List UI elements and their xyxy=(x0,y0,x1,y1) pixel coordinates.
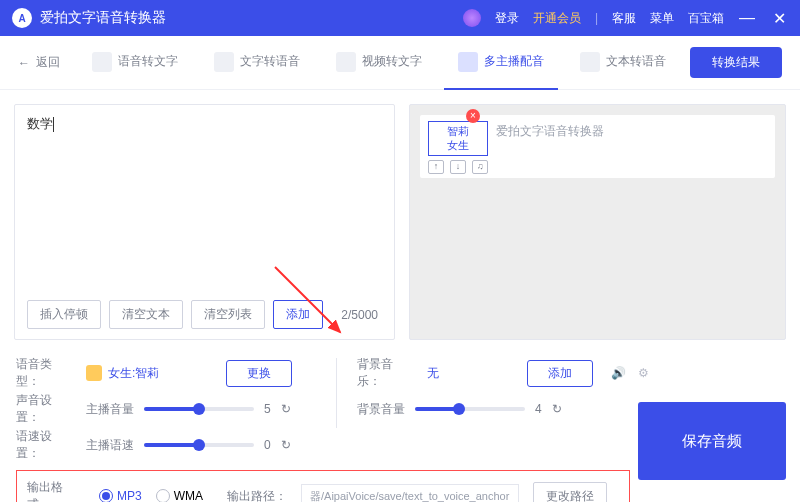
add-button[interactable]: 添加 xyxy=(273,300,323,329)
change-voice-button[interactable]: 更换 xyxy=(226,360,292,387)
app-title: 爱拍文字语音转换器 xyxy=(40,9,463,27)
bgm-label: 背景音乐： xyxy=(357,356,415,390)
output-format-label: 输出格式： xyxy=(27,479,85,502)
arrow-left-icon: ← xyxy=(18,56,30,70)
add-bgm-button[interactable]: 添加 xyxy=(527,360,593,387)
speed-settings-label: 语速设置： xyxy=(16,428,74,462)
tab-text-to-audio[interactable]: 文字转语音 xyxy=(200,36,314,90)
preview-icon[interactable]: ♫ xyxy=(472,160,488,174)
move-up-icon[interactable]: ↑ xyxy=(428,160,444,174)
clear-text-button[interactable]: 清空文本 xyxy=(109,300,183,329)
clear-list-button[interactable]: 清空列表 xyxy=(191,300,265,329)
text-editor-panel: 数学 插入停顿 清空文本 清空列表 添加 2/5000 xyxy=(14,104,395,340)
tab-icon xyxy=(336,52,356,72)
minimize-icon[interactable]: — xyxy=(738,9,756,27)
format-mp3-radio[interactable]: MP3 xyxy=(99,489,142,502)
char-count: 2/5000 xyxy=(341,308,382,322)
bg-volume-slider[interactable] xyxy=(415,407,525,411)
sound-settings-label: 声音设置： xyxy=(16,392,74,426)
save-audio-button[interactable]: 保存音频 xyxy=(638,402,786,480)
back-button[interactable]: ← 返回 xyxy=(18,54,60,71)
speaker-icon[interactable]: 🔊 xyxy=(611,366,626,380)
anchor-speed-slider[interactable] xyxy=(144,443,254,447)
reset-icon[interactable]: ↻ xyxy=(281,402,291,416)
user-avatar-icon[interactable] xyxy=(463,9,481,27)
insert-pause-button[interactable]: 插入停顿 xyxy=(27,300,101,329)
menu-link[interactable]: 菜单 xyxy=(650,10,674,27)
tab-icon xyxy=(580,52,600,72)
voice-avatar-icon xyxy=(86,365,102,381)
gear-icon[interactable]: ⚙ xyxy=(638,366,649,380)
anchor-badge: 智莉女生 xyxy=(428,121,488,156)
toolbox-link[interactable]: 百宝箱 xyxy=(688,10,724,27)
result-button[interactable]: 转换结果 xyxy=(690,47,782,78)
output-path-input[interactable]: 器/AipaiVoice/save/text_to_voice_anchor xyxy=(301,484,519,503)
tab-icon xyxy=(214,52,234,72)
tab-multi-anchor[interactable]: 多主播配音 xyxy=(444,36,558,90)
remove-anchor-icon[interactable]: × xyxy=(466,109,480,123)
output-path-label: 输出路径： xyxy=(227,488,287,503)
reset-icon[interactable]: ↻ xyxy=(552,402,562,416)
tab-icon xyxy=(92,52,112,72)
bgm-value[interactable]: 无 xyxy=(427,365,515,382)
login-link[interactable]: 登录 xyxy=(495,10,519,27)
anchor-list-panel: × 智莉女生 ↑ ↓ ♫ 爱拍文字语音转换器 xyxy=(409,104,786,340)
tab-icon xyxy=(458,52,478,72)
text-input[interactable]: 数学 xyxy=(27,115,382,292)
app-logo: A xyxy=(12,8,32,28)
voice-selector[interactable]: 女生:智莉 xyxy=(86,365,214,382)
voice-type-label: 语音类型： xyxy=(16,356,74,390)
tab-video-to-text[interactable]: 视频转文字 xyxy=(322,36,436,90)
reset-icon[interactable]: ↻ xyxy=(281,438,291,452)
anchor-volume-slider[interactable] xyxy=(144,407,254,411)
move-down-icon[interactable]: ↓ xyxy=(450,160,466,174)
tab-audio-to-text[interactable]: 语音转文字 xyxy=(78,36,192,90)
support-link[interactable]: 客服 xyxy=(612,10,636,27)
anchor-text: 爱拍文字语音转换器 xyxy=(496,121,604,140)
vip-link[interactable]: 开通会员 xyxy=(533,10,581,27)
close-icon[interactable]: ✕ xyxy=(770,9,788,28)
format-wma-radio[interactable]: WMA xyxy=(156,489,203,502)
change-path-button[interactable]: 更改路径 xyxy=(533,482,607,503)
anchor-card[interactable]: × 智莉女生 ↑ ↓ ♫ 爱拍文字语音转换器 xyxy=(420,115,775,178)
tab-text-to-speech[interactable]: 文本转语音 xyxy=(566,36,680,90)
